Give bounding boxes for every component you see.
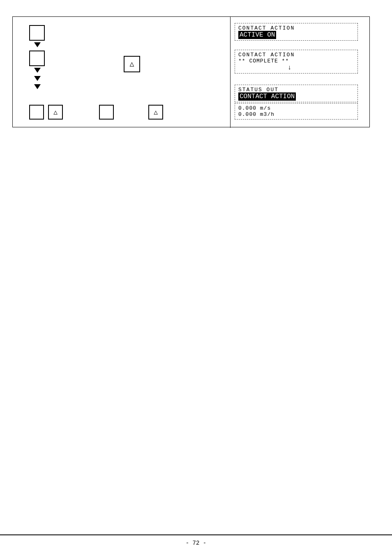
contact-action-1-value: ACTIVE ON: [238, 31, 354, 39]
arrow-down-1: [34, 42, 41, 47]
arrow-down-3: [34, 76, 41, 81]
bottom-triangle-2-symbol: △: [154, 108, 158, 116]
page-footer: - 72 -: [0, 534, 392, 547]
active-on-highlight: ACTIVE ON: [238, 31, 276, 39]
flow-value: 0.000 m3/h: [238, 111, 354, 117]
arrow-down-2: [34, 68, 41, 73]
velocity-value: 0.000 m/s: [238, 105, 354, 111]
square-mid: [29, 51, 45, 66]
contact-action-2-value: ** COMPLETE **: [238, 58, 354, 64]
right-panel: CONTACT ACTION ACTIVE ON CONTACT ACTION …: [231, 17, 370, 128]
contact-action-1-title: CONTACT ACTION: [238, 25, 354, 31]
square-top: [29, 25, 45, 41]
status-box-contact-action-active: CONTACT ACTION ACTIVE ON: [235, 23, 358, 41]
triangle-btn-1[interactable]: △: [48, 105, 63, 120]
triangle-mid: △: [124, 56, 140, 72]
triangle-btn-1-symbol: △: [53, 108, 58, 116]
status-box-status-out: STATUS OUT CONTACT ACTION: [235, 85, 358, 102]
page-number: - 72 -: [186, 540, 206, 546]
contact-action-2-title: CONTACT ACTION: [238, 52, 354, 58]
triangle-mid-symbol: △: [130, 60, 134, 68]
arrow-down-indicator: ↓: [288, 64, 354, 71]
status-box-measurements: 0.000 m/s 0.000 m3/h: [235, 103, 358, 120]
bottom-row: △: [29, 105, 63, 120]
left-panel: △ △ △: [13, 17, 231, 128]
bottom-square-2[interactable]: [99, 105, 114, 120]
status-out-title: STATUS OUT: [238, 87, 354, 93]
status-out-value: CONTACT ACTION: [238, 93, 354, 100]
square-btn-1[interactable]: [29, 105, 44, 120]
status-box-contact-action-complete: CONTACT ACTION ** COMPLETE ** ↓: [235, 50, 358, 74]
diagram-area: △ △ △ CONTACT ACTION ACTIVE: [12, 16, 370, 127]
bottom-triangle-2[interactable]: △: [148, 105, 163, 120]
contact-action-highlight: CONTACT ACTION: [238, 92, 296, 101]
page-content: △ △ △ CONTACT ACTION ACTIVE: [0, 0, 392, 555]
arrow-down-4: [34, 84, 41, 89]
